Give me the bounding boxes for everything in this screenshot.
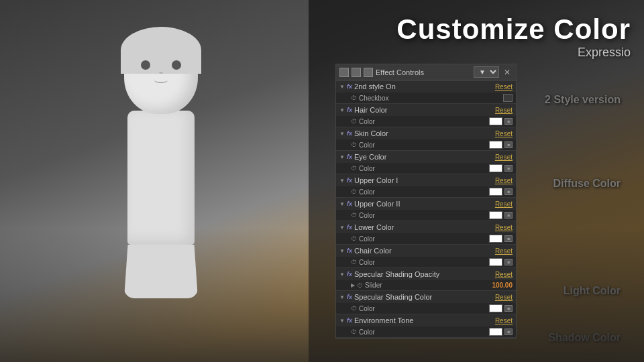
panel-icon-2 (352, 68, 361, 77)
reset-btn-env[interactable]: Reset (495, 317, 513, 324)
stopwatch-icon-skin: ⏱ (351, 141, 357, 148)
checkbox-2nd-style[interactable] (503, 94, 513, 102)
stopwatch-icon-lower: ⏱ (351, 235, 357, 242)
expand-arrow-chair[interactable]: ▼ (339, 248, 345, 254)
expand-arrow-upper2[interactable]: ▼ (339, 201, 345, 207)
fx-group-environment-tone: ▼ fx Environment Tone Reset ⏱ Color ≡ (336, 314, 516, 338)
expand-arrow-spec-color[interactable]: ▼ (339, 294, 345, 300)
expand-arrow-env[interactable]: ▼ (339, 318, 345, 324)
fx-badge-spec-color: fx (347, 294, 352, 300)
expand-arrow-2nd-style[interactable]: ▼ (339, 84, 345, 90)
panel-dropdown[interactable]: ▼ (474, 66, 499, 78)
expand-icon-env[interactable]: ≡ (504, 328, 513, 335)
color-swatch-spec-color[interactable] (489, 304, 502, 312)
stopwatch-icon-eye: ⏱ (351, 165, 357, 172)
fx-row-chair-color: ▼ fx Chair Color Reset (336, 245, 516, 257)
sub-row-upper2: ⏱ Color ≡ (336, 210, 516, 221)
stopwatch-icon-2nd-style: ⏱ (351, 95, 357, 101)
character-area (0, 0, 322, 362)
expand-icon-spec-color[interactable]: ≡ (504, 305, 513, 312)
expand-arrow-eye[interactable]: ▼ (339, 154, 345, 160)
color-swatch-upper2[interactable] (489, 211, 502, 219)
fx-group-hair-color: ▼ fx Hair Color Reset ⏱ Color ≡ (336, 104, 516, 127)
panel-scroll-area[interactable]: ▼ fx 2nd style On Reset ⏱ Checkbox ▼ fx … (336, 80, 516, 338)
stopwatch-icon-upper2: ⏱ (351, 212, 357, 219)
character-mouth (154, 78, 168, 83)
expand-arrow-skin[interactable]: ▼ (339, 131, 345, 137)
reset-btn-spec-opacity[interactable]: Reset (495, 271, 513, 278)
character-body (127, 111, 195, 245)
main-title: Customize Color (396, 13, 631, 46)
sub-label-spec-opacity: Slider (365, 282, 490, 289)
color-swatch-env[interactable] (489, 328, 502, 336)
reset-btn-hair[interactable]: Reset (495, 107, 513, 114)
character-eye-right (172, 60, 181, 70)
color-swatch-skin[interactable] (489, 141, 502, 149)
reset-btn-upper2[interactable]: Reset (495, 200, 513, 208)
expand-icon-lower[interactable]: ≡ (504, 235, 513, 242)
reset-btn-upper1[interactable]: Reset (495, 177, 513, 184)
stopwatch-icon-hair: ⏱ (351, 118, 357, 125)
color-swatch-hair[interactable] (489, 117, 502, 125)
fx-row-environment-tone: ▼ fx Environment Tone Reset (336, 314, 516, 326)
expand-arrow-lower[interactable]: ▼ (339, 225, 345, 231)
panel-title: Effect Controls (376, 68, 471, 76)
sub-label-hair: Color (359, 118, 487, 125)
fx-row-skin-color: ▼ fx Skin Color Reset (336, 127, 516, 139)
expand-arrow-spec-opacity[interactable]: ▼ (339, 272, 345, 278)
expand-arrow-hair[interactable]: ▼ (339, 107, 345, 113)
sub-label-2nd-style: Checkbox (359, 95, 501, 102)
character-skirt (124, 245, 198, 298)
fx-group-chair-color: ▼ fx Chair Color Reset ⏱ Color ≡ (336, 245, 516, 268)
fx-row-2nd-style: ▼ fx 2nd style On Reset (336, 80, 516, 93)
character-face (134, 54, 188, 94)
fx-group-lower-color: ▼ fx Lower Color Reset ⏱ Color ≡ (336, 221, 516, 245)
fx-row-lower-color: ▼ fx Lower Color Reset (336, 221, 516, 233)
fx-row-upper-color-1: ▼ fx Upper Color I Reset (336, 174, 516, 186)
sub-label-spec-color: Color (359, 305, 487, 312)
reset-btn-2nd-style[interactable]: Reset (495, 83, 513, 90)
expand-arrow-upper1[interactable]: ▼ (339, 178, 345, 184)
title-area: Customize Color Expressio (396, 13, 631, 60)
fx-label-eye: Eye Color (354, 153, 493, 161)
color-swatch-eye[interactable] (489, 164, 502, 172)
character-head (124, 34, 198, 114)
expand-icon-hair[interactable]: ≡ (504, 118, 513, 125)
reset-btn-skin[interactable]: Reset (495, 130, 513, 137)
panel-icon-3 (364, 68, 373, 77)
fx-group-skin-color: ▼ fx Skin Color Reset ⏱ Color ≡ (336, 127, 516, 151)
expand-icon-skin[interactable]: ≡ (504, 141, 513, 148)
sub-row-upper1: ⏱ Color ≡ (336, 186, 516, 197)
sub-label-skin: Color (359, 141, 487, 149)
reset-btn-eye[interactable]: Reset (495, 154, 513, 161)
slider-value-spec-opacity[interactable]: 100.00 (492, 282, 513, 289)
slider-expand-arrow[interactable]: ▶ (351, 282, 355, 288)
fx-label-chair: Chair Color (354, 247, 493, 255)
panel-close-button[interactable]: ✕ (502, 68, 513, 77)
color-swatch-chair[interactable] (489, 258, 502, 266)
reset-btn-lower[interactable]: Reset (495, 224, 513, 231)
fx-group-upper-color-2: ▼ fx Upper Color II Reset ⏱ Color ≡ (336, 198, 516, 221)
fx-label-env: Environment Tone (354, 316, 493, 324)
fx-group-specular-opacity: ▼ fx Specular Shading Opacity Reset ▶ ⏱ … (336, 268, 516, 291)
expand-icon-upper2[interactable]: ≡ (504, 212, 513, 219)
fx-badge-hair: fx (347, 107, 352, 113)
sub-row-eye: ⏱ Color ≡ (336, 163, 516, 174)
panel-header: Effect Controls ▼ ✕ (336, 64, 516, 80)
sub-label-chair: Color (359, 259, 487, 266)
sub-label-upper2: Color (359, 212, 487, 219)
reset-btn-chair[interactable]: Reset (495, 247, 513, 255)
expand-icon-chair[interactable]: ≡ (504, 259, 513, 265)
reset-btn-spec-color[interactable]: Reset (495, 294, 513, 301)
fx-group-eye-color: ▼ fx Eye Color Reset ⏱ Color ≡ (336, 151, 516, 174)
fx-badge-spec-opacity: fx (347, 271, 352, 278)
fx-label-lower: Lower Color (354, 223, 493, 231)
sub-row-env: ⏱ Color ≡ (336, 326, 516, 337)
color-swatch-lower[interactable] (489, 235, 502, 243)
sub-row-chair: ⏱ Color ≡ (336, 257, 516, 267)
expand-icon-upper1[interactable]: ≡ (504, 188, 513, 195)
expand-icon-eye[interactable]: ≡ (504, 165, 513, 172)
color-swatch-upper1[interactable] (489, 188, 502, 196)
fx-group-2nd-style: ▼ fx 2nd style On Reset ⏱ Checkbox (336, 80, 516, 104)
character-nose (159, 68, 163, 74)
